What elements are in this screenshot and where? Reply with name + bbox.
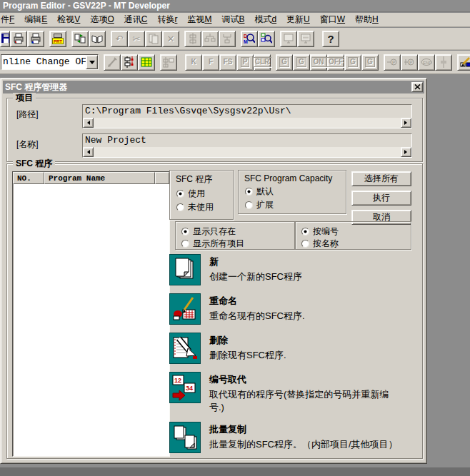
- g-reset-button[interactable]: G: [293, 54, 310, 71]
- radio-indicator: [301, 240, 309, 248]
- print-button[interactable]: [10, 31, 27, 47]
- jump-p-pair-button[interactable]: P: [401, 54, 418, 71]
- action-renumber-button[interactable]: 1234: [169, 372, 201, 403]
- scroll-right-button[interactable]: [401, 147, 411, 157]
- g-pulse-button[interactable]: G: [344, 54, 361, 71]
- radio-indicator: [176, 203, 184, 211]
- menu-item-window[interactable]: 窗口W: [315, 12, 350, 27]
- f-device-button[interactable]: F: [202, 54, 219, 71]
- g-set-button[interactable]: G: [276, 54, 293, 71]
- transition-button[interactable]: [435, 54, 452, 71]
- action-delete-button[interactable]: [169, 333, 201, 364]
- printer-icon: [13, 33, 24, 44]
- radio-by-name[interactable]: 按名称: [301, 238, 339, 250]
- radio-default[interactable]: 默认: [245, 186, 274, 198]
- radio-extended[interactable]: 扩展: [245, 199, 274, 211]
- toolbar-sfc: nline Change OFF K F FS P CLR G G ON OFF…: [0, 51, 470, 74]
- sfc-write-button[interactable]: [457, 54, 470, 71]
- sfc-branch-insert-button[interactable]: [201, 31, 219, 47]
- sfc-groupbox: SFC 程序 NO. Program Name SFC 程序 使用: [6, 163, 423, 459]
- off-button[interactable]: OFF: [327, 54, 344, 71]
- menu-item-edit[interactable]: 编辑E: [19, 12, 52, 27]
- radio-indicator: [176, 190, 184, 198]
- monitor-all-button[interactable]: [297, 31, 314, 47]
- scroll-left-button[interactable]: [83, 147, 94, 157]
- column-header-program-name[interactable]: Program Name: [44, 172, 155, 184]
- edit-pen-button[interactable]: [104, 54, 121, 71]
- menu-item-mode[interactable]: 模式d: [249, 12, 281, 27]
- radio-display-all[interactable]: 显示所有项目: [181, 238, 244, 250]
- action-batch-copy-button[interactable]: [169, 422, 201, 453]
- name-field[interactable]: New Project: [82, 133, 412, 158]
- sfc-step-insert-button[interactable]: [184, 31, 201, 47]
- menu-item-help[interactable]: 帮助H: [350, 12, 384, 27]
- find-step-button[interactable]: [258, 31, 275, 47]
- action-rename-button[interactable]: [169, 293, 201, 325]
- svg-text:34: 34: [186, 385, 193, 392]
- help-button[interactable]: ?: [322, 31, 339, 47]
- sfc-monitor-button[interactable]: [160, 54, 177, 71]
- menu-item-debug[interactable]: 调试B: [216, 12, 249, 27]
- arrow-left-icon: [85, 121, 90, 125]
- menubar: 件F 编辑E 检视V 选项O 通讯C 转换r 监视M 调试B 模式d 更新U 窗…: [0, 13, 470, 27]
- sfc-convergence-icon: [221, 33, 233, 44]
- pc-read-write-button[interactable]: [71, 31, 89, 47]
- execute-button[interactable]: 执行: [351, 191, 411, 206]
- app-titlebar[interactable]: Program Editor - GSV22P - MT Developer: [0, 0, 470, 12]
- program-listbox[interactable]: NO. Program Name: [12, 171, 170, 457]
- find-step-icon: [261, 33, 272, 44]
- clr-device-button[interactable]: CLR: [254, 54, 271, 71]
- radio-unuse[interactable]: 未使用: [176, 201, 214, 213]
- select-all-button[interactable]: 选择所有: [351, 171, 411, 186]
- dialog-titlebar[interactable]: SFC 程序管理器: [3, 81, 424, 93]
- menu-item-comm[interactable]: 通讯C: [119, 12, 153, 27]
- radio-display-existing[interactable]: 显示只存在: [181, 226, 236, 238]
- scroll-track[interactable]: [94, 118, 401, 128]
- sfc-convergence-insert-button[interactable]: [219, 31, 236, 47]
- sfc-diagram-edit-button[interactable]: [121, 54, 138, 71]
- find-device-button[interactable]: DM: [241, 31, 258, 47]
- undo-button[interactable]: ↶: [111, 31, 128, 47]
- action-new-button[interactable]: [169, 254, 201, 285]
- radio-by-number[interactable]: 按编号: [301, 226, 339, 238]
- column-header-no[interactable]: NO.: [13, 172, 44, 184]
- fs-device-button[interactable]: FS: [219, 54, 236, 71]
- menu-item-update[interactable]: 更新U: [281, 12, 315, 27]
- p-device-button[interactable]: P: [236, 54, 254, 71]
- print-preview-button[interactable]: [27, 31, 44, 47]
- combo-dropdown-button[interactable]: [86, 55, 98, 69]
- scroll-left-button[interactable]: [83, 118, 94, 128]
- on-button[interactable]: ON: [310, 54, 327, 71]
- verify-button[interactable]: [89, 31, 106, 47]
- menu-item-monitor[interactable]: 监视M: [182, 12, 216, 27]
- monitor-start-button[interactable]: [280, 31, 297, 47]
- transfer-icon: [74, 33, 86, 44]
- jump-p-icon: P: [386, 56, 398, 68]
- menu-item-convert[interactable]: 转换r: [152, 12, 182, 27]
- scroll-right-button[interactable]: [401, 118, 411, 128]
- g-latch-button[interactable]: G: [361, 54, 379, 71]
- rename-icon: [171, 295, 199, 323]
- program-list-body[interactable]: [14, 185, 169, 455]
- device-list-button[interactable]: [138, 54, 155, 71]
- delete-button[interactable]: ✕: [162, 31, 179, 47]
- radio-indicator: [181, 228, 189, 236]
- capacity-group-title: SFC Program Capacity: [244, 173, 332, 183]
- menu-item-view[interactable]: 检视V: [52, 12, 85, 27]
- copy-button[interactable]: [145, 31, 162, 47]
- menu-item-file[interactable]: 件F: [0, 12, 19, 27]
- cut-button[interactable]: ✂: [128, 31, 145, 47]
- online-change-combobox[interactable]: nline Change OFF: [1, 54, 99, 70]
- name-scrollbar[interactable]: [83, 147, 411, 157]
- save-button[interactable]: [0, 31, 10, 47]
- radio-use[interactable]: 使用: [176, 188, 205, 200]
- k-device-button[interactable]: K: [185, 54, 202, 71]
- scroll-track[interactable]: [94, 147, 401, 157]
- end-step-button[interactable]: END: [418, 54, 435, 71]
- jump-p-button[interactable]: P: [384, 54, 401, 71]
- menu-item-options[interactable]: 选项O: [85, 12, 119, 27]
- dialog-close-button[interactable]: [411, 82, 423, 92]
- printer-setup-button[interactable]: PRT: [49, 31, 66, 47]
- path-scrollbar[interactable]: [83, 118, 411, 128]
- path-field[interactable]: C:\Program Files\Gsvqe\Sysgsv22p\Usr\: [82, 104, 412, 128]
